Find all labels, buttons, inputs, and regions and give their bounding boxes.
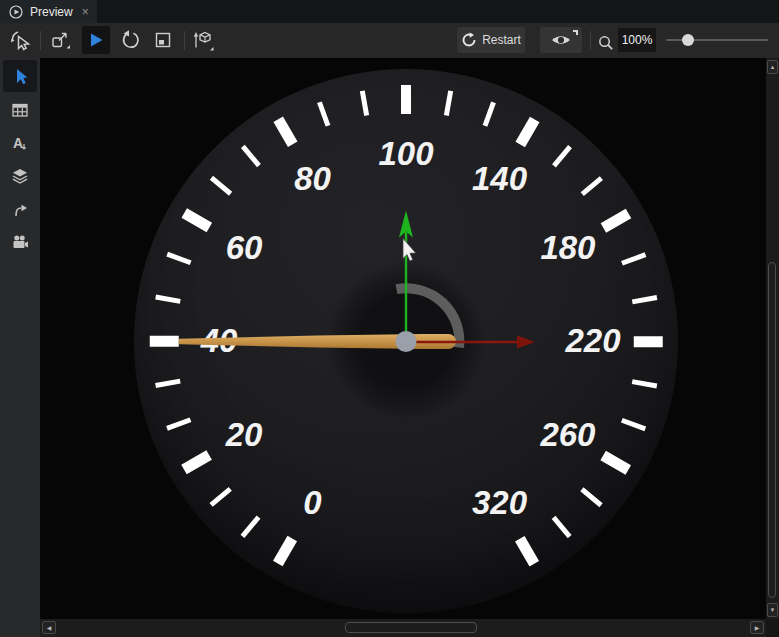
scroll-up-button[interactable]: ▲ xyxy=(767,60,778,74)
tab-strip: Preview × xyxy=(0,0,779,23)
tab-close-icon[interactable]: × xyxy=(82,5,89,19)
scale-icon xyxy=(152,29,174,51)
preview-canvas[interactable]: 020406080100140180220260320 xyxy=(40,58,766,619)
layers-icon xyxy=(10,166,30,186)
sidebar-layers[interactable] xyxy=(3,160,37,192)
left-sidebar: A xyxy=(0,58,40,637)
sidebar-select-tool[interactable] xyxy=(3,60,37,92)
rotate-tool-button[interactable] xyxy=(116,26,144,54)
tab-title: Preview xyxy=(30,5,73,19)
restart-button[interactable]: Restart xyxy=(457,27,525,53)
scroll-left-button[interactable]: ◀ xyxy=(42,621,56,634)
restart-icon xyxy=(461,32,477,48)
scrollbar-corner xyxy=(766,619,779,637)
horizontal-scrollbar[interactable]: ◀ ▶ xyxy=(40,619,766,637)
toolbar-separator xyxy=(590,31,591,50)
cube-axes-icon xyxy=(191,28,215,52)
select-cursor-icon xyxy=(10,66,30,86)
svg-text:A: A xyxy=(13,135,23,151)
pointer-click-tool-button[interactable] xyxy=(6,26,34,54)
toolbar-separator xyxy=(40,31,41,50)
sidebar-table-view[interactable] xyxy=(3,94,37,126)
zoom-level-field[interactable]: 100% xyxy=(618,28,656,52)
gizmo-center-handle[interactable] xyxy=(396,331,417,352)
sidebar-connections[interactable] xyxy=(3,193,37,225)
camera-icon xyxy=(10,232,30,252)
text-tool-icon: A xyxy=(10,133,30,153)
tab-preview[interactable]: Preview × xyxy=(0,0,97,23)
transform-icon xyxy=(49,29,71,51)
play-mode-button[interactable] xyxy=(82,26,110,54)
horizontal-scroll-thumb[interactable] xyxy=(345,622,477,633)
sidebar-text-tool[interactable]: A xyxy=(3,127,37,159)
connections-icon xyxy=(10,199,30,219)
scroll-right-button[interactable]: ▶ xyxy=(750,621,764,634)
vertical-scroll-thumb[interactable] xyxy=(768,262,776,598)
vertical-scrollbar[interactable]: ▲ ▼ xyxy=(766,58,779,619)
toolbar-separator xyxy=(184,31,185,50)
sidebar-camera[interactable] xyxy=(3,226,37,258)
scale-tool-button[interactable] xyxy=(149,26,177,54)
preview-window: Preview × xyxy=(0,0,779,637)
move-3d-tool-button[interactable] xyxy=(189,26,217,54)
visibility-button[interactable] xyxy=(540,27,582,53)
pointer-click-icon xyxy=(8,28,32,52)
gizmo-x-arrowhead[interactable] xyxy=(517,336,535,349)
eye-icon xyxy=(549,31,573,49)
transform-tool-button[interactable] xyxy=(46,26,74,54)
table-icon xyxy=(10,100,30,120)
play-icon xyxy=(86,30,106,50)
preview-play-icon xyxy=(8,4,24,20)
restart-label: Restart xyxy=(482,33,521,47)
dropdown-corner-icon xyxy=(573,30,578,35)
rotate-icon xyxy=(119,29,141,51)
scroll-down-button[interactable]: ▼ xyxy=(767,603,778,617)
gizmo-over-layer xyxy=(40,58,766,619)
zoom-magnifier-icon xyxy=(597,34,614,51)
zoom-slider-handle[interactable] xyxy=(682,34,694,46)
toolbar: Restart 100% xyxy=(0,23,779,58)
